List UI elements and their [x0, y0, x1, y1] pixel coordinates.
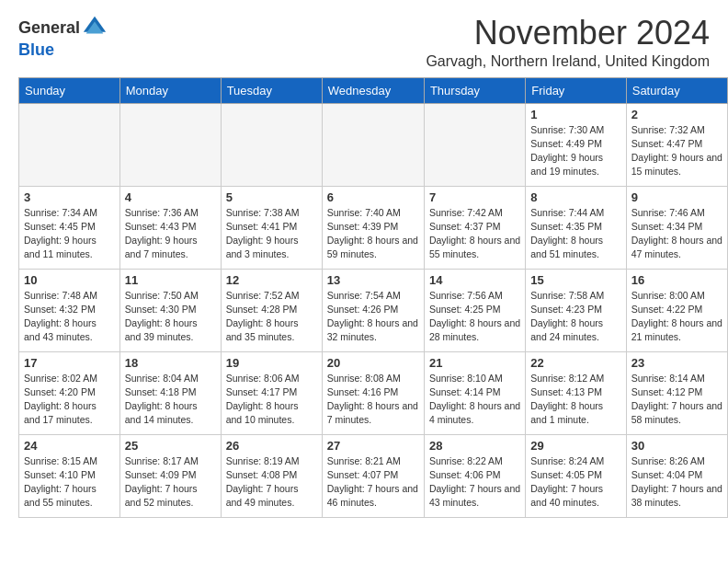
- day-number: 19: [226, 356, 317, 370]
- day-info: Sunrise: 7:32 AM Sunset: 4:47 PM Dayligh…: [631, 123, 722, 179]
- calendar-cell: 14Sunrise: 7:56 AM Sunset: 4:25 PM Dayli…: [424, 269, 525, 351]
- calendar-cell: 29Sunrise: 8:24 AM Sunset: 4:05 PM Dayli…: [526, 434, 626, 517]
- day-info: Sunrise: 8:21 AM Sunset: 4:07 PM Dayligh…: [327, 454, 419, 511]
- day-info: Sunrise: 8:15 AM Sunset: 4:10 PM Dayligh…: [24, 454, 115, 511]
- day-number: 20: [327, 356, 419, 370]
- calendar-cell: 21Sunrise: 8:10 AM Sunset: 4:14 PM Dayli…: [424, 351, 525, 434]
- calendar-cell: 3Sunrise: 7:34 AM Sunset: 4:45 PM Daylig…: [19, 186, 120, 269]
- header-day-monday: Monday: [119, 77, 221, 103]
- day-info: Sunrise: 7:56 AM Sunset: 4:25 PM Dayligh…: [429, 289, 520, 345]
- day-info: Sunrise: 8:02 AM Sunset: 4:20 PM Dayligh…: [24, 372, 115, 428]
- calendar-wrapper: SundayMondayTuesdayWednesdayThursdayFrid…: [0, 77, 728, 527]
- calendar-cell: 17Sunrise: 8:02 AM Sunset: 4:20 PM Dayli…: [19, 351, 120, 434]
- calendar-cell: 2Sunrise: 7:32 AM Sunset: 4:47 PM Daylig…: [626, 103, 727, 186]
- week-row-3: 17Sunrise: 8:02 AM Sunset: 4:20 PM Dayli…: [19, 351, 728, 434]
- header-row: SundayMondayTuesdayWednesdayThursdayFrid…: [19, 77, 728, 103]
- calendar-cell: 25Sunrise: 8:17 AM Sunset: 4:09 PM Dayli…: [119, 434, 221, 517]
- calendar-cell: 10Sunrise: 7:48 AM Sunset: 4:32 PM Dayli…: [19, 269, 120, 351]
- location-title: Garvagh, Northern Ireland, United Kingdo…: [426, 53, 710, 70]
- calendar-cell: 5Sunrise: 7:38 AM Sunset: 4:41 PM Daylig…: [221, 186, 322, 269]
- day-info: Sunrise: 7:36 AM Sunset: 4:43 PM Dayligh…: [125, 206, 216, 262]
- day-number: 1: [530, 108, 620, 121]
- day-info: Sunrise: 7:54 AM Sunset: 4:26 PM Dayligh…: [327, 289, 419, 345]
- calendar-cell: 12Sunrise: 7:52 AM Sunset: 4:28 PM Dayli…: [221, 269, 322, 351]
- calendar-cell: 8Sunrise: 7:44 AM Sunset: 4:35 PM Daylig…: [526, 186, 626, 269]
- day-info: Sunrise: 8:12 AM Sunset: 4:13 PM Dayligh…: [530, 372, 620, 428]
- day-info: Sunrise: 8:08 AM Sunset: 4:16 PM Dayligh…: [327, 372, 419, 428]
- day-number: 26: [226, 439, 317, 453]
- day-number: 16: [631, 273, 722, 287]
- calendar-cell: 6Sunrise: 7:40 AM Sunset: 4:39 PM Daylig…: [322, 186, 424, 269]
- day-info: Sunrise: 7:40 AM Sunset: 4:39 PM Dayligh…: [327, 206, 419, 262]
- calendar-cell: 16Sunrise: 8:00 AM Sunset: 4:22 PM Dayli…: [626, 269, 727, 351]
- calendar-cell: [424, 103, 525, 186]
- day-number: 2: [631, 108, 722, 121]
- calendar-cell: 28Sunrise: 8:22 AM Sunset: 4:06 PM Dayli…: [424, 434, 525, 517]
- day-info: Sunrise: 8:14 AM Sunset: 4:12 PM Dayligh…: [631, 372, 722, 428]
- calendar-body: 1Sunrise: 7:30 AM Sunset: 4:49 PM Daylig…: [19, 103, 728, 517]
- day-number: 5: [226, 190, 317, 204]
- day-number: 29: [530, 439, 620, 453]
- day-info: Sunrise: 7:48 AM Sunset: 4:32 PM Dayligh…: [24, 289, 115, 345]
- week-row-4: 24Sunrise: 8:15 AM Sunset: 4:10 PM Dayli…: [19, 434, 728, 517]
- day-info: Sunrise: 8:19 AM Sunset: 4:08 PM Dayligh…: [226, 454, 317, 511]
- page-header: General Blue November 2024 Garvagh, Nort…: [0, 0, 728, 77]
- calendar-cell: 7Sunrise: 7:42 AM Sunset: 4:37 PM Daylig…: [424, 186, 525, 269]
- day-number: 30: [631, 439, 722, 453]
- calendar-cell: 24Sunrise: 8:15 AM Sunset: 4:10 PM Dayli…: [19, 434, 120, 517]
- day-number: 7: [429, 190, 520, 204]
- day-number: 13: [327, 273, 419, 287]
- day-number: 10: [24, 273, 115, 287]
- calendar-cell: 1Sunrise: 7:30 AM Sunset: 4:49 PM Daylig…: [526, 103, 626, 186]
- logo: General Blue: [18, 15, 108, 60]
- day-info: Sunrise: 8:00 AM Sunset: 4:22 PM Dayligh…: [631, 289, 722, 345]
- calendar-cell: 18Sunrise: 8:04 AM Sunset: 4:18 PM Dayli…: [119, 351, 221, 434]
- calendar-cell: 9Sunrise: 7:46 AM Sunset: 4:34 PM Daylig…: [626, 186, 727, 269]
- day-number: 9: [631, 190, 722, 204]
- day-number: 25: [125, 439, 216, 453]
- day-number: 23: [631, 356, 722, 370]
- header-day-wednesday: Wednesday: [322, 77, 424, 103]
- day-info: Sunrise: 7:52 AM Sunset: 4:28 PM Dayligh…: [226, 289, 317, 345]
- day-info: Sunrise: 7:42 AM Sunset: 4:37 PM Dayligh…: [429, 206, 520, 262]
- day-number: 3: [24, 190, 115, 204]
- day-info: Sunrise: 7:46 AM Sunset: 4:34 PM Dayligh…: [631, 206, 722, 262]
- logo-blue-text: Blue: [18, 40, 54, 59]
- calendar-cell: 11Sunrise: 7:50 AM Sunset: 4:30 PM Dayli…: [119, 269, 221, 351]
- logo-general-text: General: [18, 18, 80, 38]
- calendar-cell: [322, 103, 424, 186]
- day-number: 12: [226, 273, 317, 287]
- calendar-cell: 30Sunrise: 8:26 AM Sunset: 4:04 PM Dayli…: [626, 434, 727, 517]
- header-day-sunday: Sunday: [19, 77, 120, 103]
- day-number: 15: [530, 273, 620, 287]
- calendar-cell: [119, 103, 221, 186]
- calendar-cell: 15Sunrise: 7:58 AM Sunset: 4:23 PM Dayli…: [526, 269, 626, 351]
- day-info: Sunrise: 8:26 AM Sunset: 4:04 PM Dayligh…: [631, 454, 722, 511]
- day-number: 21: [429, 356, 520, 370]
- day-number: 14: [429, 273, 520, 287]
- title-block: November 2024 Garvagh, Northern Ireland,…: [426, 15, 710, 70]
- calendar-cell: 4Sunrise: 7:36 AM Sunset: 4:43 PM Daylig…: [119, 186, 221, 269]
- day-info: Sunrise: 7:34 AM Sunset: 4:45 PM Dayligh…: [24, 206, 115, 262]
- month-title: November 2024: [426, 15, 710, 52]
- day-info: Sunrise: 8:06 AM Sunset: 4:17 PM Dayligh…: [226, 372, 317, 428]
- calendar-cell: 23Sunrise: 8:14 AM Sunset: 4:12 PM Dayli…: [626, 351, 727, 434]
- day-info: Sunrise: 8:24 AM Sunset: 4:05 PM Dayligh…: [530, 454, 620, 511]
- day-info: Sunrise: 8:17 AM Sunset: 4:09 PM Dayligh…: [125, 454, 216, 511]
- day-info: Sunrise: 7:50 AM Sunset: 4:30 PM Dayligh…: [125, 289, 216, 345]
- day-number: 6: [327, 190, 419, 204]
- header-day-friday: Friday: [526, 77, 626, 103]
- day-number: 11: [125, 273, 216, 287]
- calendar-header: SundayMondayTuesdayWednesdayThursdayFrid…: [19, 77, 728, 103]
- header-day-tuesday: Tuesday: [221, 77, 322, 103]
- week-row-2: 10Sunrise: 7:48 AM Sunset: 4:32 PM Dayli…: [19, 269, 728, 351]
- logo-icon: [82, 15, 108, 40]
- calendar-table: SundayMondayTuesdayWednesdayThursdayFrid…: [18, 77, 728, 518]
- day-info: Sunrise: 8:04 AM Sunset: 4:18 PM Dayligh…: [125, 372, 216, 428]
- day-info: Sunrise: 7:58 AM Sunset: 4:23 PM Dayligh…: [530, 289, 620, 345]
- calendar-cell: 22Sunrise: 8:12 AM Sunset: 4:13 PM Dayli…: [526, 351, 626, 434]
- day-info: Sunrise: 7:44 AM Sunset: 4:35 PM Dayligh…: [530, 206, 620, 262]
- day-info: Sunrise: 8:10 AM Sunset: 4:14 PM Dayligh…: [429, 372, 520, 428]
- calendar-cell: [19, 103, 120, 186]
- calendar-cell: 27Sunrise: 8:21 AM Sunset: 4:07 PM Dayli…: [322, 434, 424, 517]
